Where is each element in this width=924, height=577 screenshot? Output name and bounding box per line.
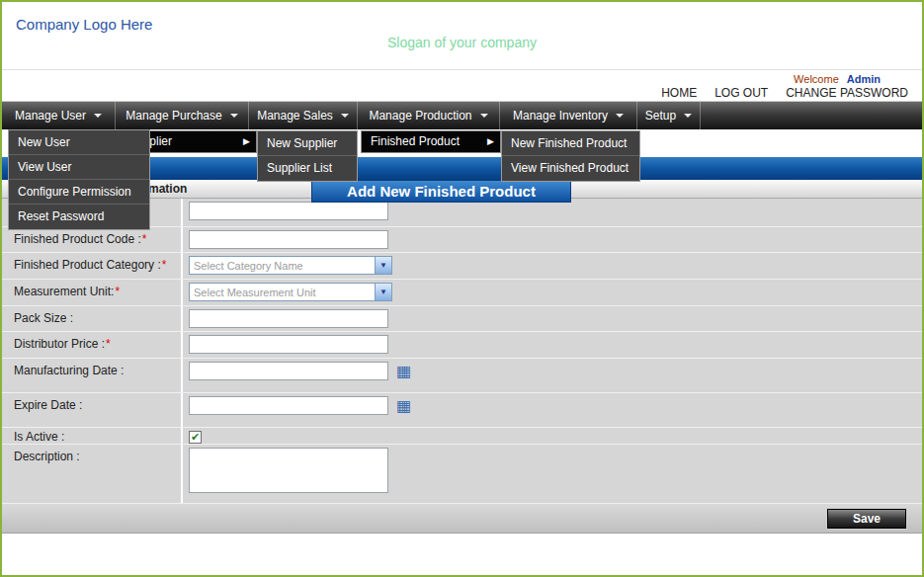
- form-row-pack-size: Pack Size :: [2, 306, 922, 332]
- nav-label: Manage Purchase: [126, 109, 221, 123]
- field-label-text: Description :: [14, 450, 80, 463]
- field-cell: [183, 199, 922, 226]
- calendar-icon[interactable]: ▦: [396, 364, 411, 379]
- finished-product-code-input[interactable]: [189, 230, 388, 249]
- field-cell: [183, 445, 922, 503]
- field-cell: ▦: [183, 393, 922, 427]
- field-cell: Select Category Name▼: [183, 253, 922, 279]
- calendar-icon[interactable]: ▦: [396, 398, 411, 414]
- chevron-down-icon: [94, 114, 102, 118]
- field-cell: [183, 332, 922, 358]
- field-label-text: Finished Product Code :: [14, 232, 141, 246]
- nav-manage-user[interactable]: Manage User: [2, 102, 116, 129]
- nav-setup[interactable]: Setup: [637, 102, 701, 129]
- field-label-text: Finished Product Category :: [14, 258, 161, 272]
- form: Finished Product Name :*Finished Product…: [2, 199, 922, 534]
- nav-label: Manage User: [15, 109, 86, 123]
- field-cell: ✔: [183, 428, 922, 444]
- expire-date-input[interactable]: [189, 396, 388, 415]
- pack-size-input[interactable]: [189, 309, 388, 328]
- field-cell: ▦: [183, 359, 922, 392]
- required-asterisk: *: [106, 337, 111, 351]
- field-cell: [183, 306, 922, 331]
- menu-item-view-user[interactable]: View User: [9, 155, 149, 180]
- select-value: Select Category Name: [194, 260, 303, 272]
- field-label-text: Measurement Unit:: [14, 285, 114, 298]
- save-button[interactable]: Save: [827, 509, 906, 529]
- required-asterisk: *: [162, 258, 167, 272]
- field-label-text: Distributor Price :: [14, 337, 105, 351]
- chevron-down-icon: ▼: [375, 257, 391, 274]
- top-links: HOMELOG OUTCHANGE PASSWORD: [643, 86, 908, 100]
- nav-label: Manage Production: [369, 109, 471, 123]
- submenu-arrow-icon: ▶: [243, 131, 250, 152]
- field-label-text: Manufacturing Date :: [14, 364, 124, 377]
- select-value: Select Measurement Unit: [194, 287, 316, 298]
- finished-product-category-select[interactable]: Select Category Name▼: [189, 256, 392, 275]
- chevron-down-icon: [684, 114, 692, 118]
- form-row-finished-product-category: Finished Product Category :*Select Categ…: [2, 253, 922, 280]
- menu-item-view-finished-product[interactable]: View Finished Product: [502, 156, 639, 181]
- form-row-measurement-unit: Measurement Unit:*Select Measurement Uni…: [2, 280, 922, 306]
- submenu-arrow-icon: ▶: [487, 131, 494, 152]
- description-textarea[interactable]: [189, 448, 388, 493]
- field-label: Pack Size :: [2, 306, 183, 331]
- username: Admin: [847, 73, 881, 85]
- menu-item-new-finished-product[interactable]: New Finished Product: [502, 131, 639, 156]
- field-label: Description :: [2, 445, 183, 503]
- form-row-is-active: Is Active :✔: [2, 428, 922, 445]
- top-bar: WelcomeAdmin HOMELOG OUTCHANGE PASSWORD: [2, 69, 922, 101]
- manufacturing-date-input[interactable]: [189, 362, 388, 380]
- log-out-link[interactable]: LOG OUT: [714, 86, 768, 100]
- nav-label: Manage Inventory: [513, 109, 608, 123]
- menu-item-configure-permission[interactable]: Configure Permission: [9, 180, 149, 205]
- field-cell: [183, 227, 922, 252]
- field-label: Manufacturing Date :: [2, 359, 183, 392]
- finished-product-name-input[interactable]: [189, 202, 388, 220]
- nav-label: Manage Sales: [257, 109, 333, 123]
- menu-item-supplier-list[interactable]: Supplier List: [258, 156, 357, 181]
- home-link[interactable]: HOME: [661, 86, 697, 100]
- form-row-distributor-price: Distributor Price :*: [2, 332, 922, 359]
- nav-manage-purchase[interactable]: Manage Purchase: [116, 102, 249, 129]
- field-label-text: Pack Size :: [14, 311, 73, 325]
- form-row-expire-date: Expire Date :▦: [2, 393, 922, 428]
- menu-item-reset-password[interactable]: Reset Password: [9, 205, 149, 229]
- nav-manage-sales[interactable]: Manage Sales: [249, 102, 358, 129]
- field-label-text: Expire Date :: [14, 398, 82, 412]
- field-label: Expire Date :: [2, 393, 183, 427]
- chevron-down-icon: [341, 114, 349, 118]
- nav-label: Setup: [645, 109, 676, 123]
- page-container: Company Logo Here Slogan of your company…: [0, 0, 924, 577]
- required-asterisk: *: [115, 285, 120, 298]
- form-row-manufacturing-date: Manufacturing Date :▦: [2, 359, 922, 393]
- welcome-text: WelcomeAdmin: [794, 73, 881, 85]
- menu-item-new-supplier[interactable]: New Supplier: [258, 131, 357, 156]
- required-asterisk: *: [142, 232, 147, 246]
- finished-product-submenu: New Finished ProductView Finished Produc…: [501, 130, 640, 182]
- menu-item-new-user[interactable]: New User: [9, 130, 149, 155]
- field-label-text: Is Active :: [14, 430, 64, 444]
- field-cell: Select Measurement Unit▼: [183, 280, 922, 305]
- field-label: Finished Product Code :*: [2, 227, 183, 252]
- nav-manage-inventory[interactable]: Manage Inventory: [500, 102, 637, 129]
- field-label: Distributor Price :*: [2, 332, 183, 358]
- menu-item-finished-product[interactable]: Finished Product ▶: [361, 130, 501, 153]
- menu-item-label: Finished Product: [371, 131, 460, 152]
- change-password-link[interactable]: CHANGE PASSWORD: [786, 86, 908, 100]
- supplier-submenu: New SupplierSupplier List: [257, 130, 358, 182]
- main-nav: Manage UserManage PurchaseManage SalesMa…: [2, 101, 922, 129]
- welcome-label: Welcome: [794, 73, 839, 85]
- distributor-price-input[interactable]: [189, 335, 388, 354]
- measurement-unit-select[interactable]: Select Measurement Unit▼: [189, 283, 392, 301]
- form-row-description: Description :: [2, 445, 922, 504]
- company-slogan: Slogan of your company: [2, 35, 922, 50]
- chevron-down-icon: [480, 114, 488, 118]
- page-title: Add New Finished Product: [311, 180, 571, 203]
- chevron-down-icon: ▼: [375, 284, 391, 300]
- nav-manage-production[interactable]: Manage Production: [358, 102, 500, 129]
- chevron-down-icon: [230, 114, 238, 118]
- company-logo: Company Logo Here: [16, 16, 152, 33]
- chevron-down-icon: [616, 114, 624, 118]
- is-active-checkbox[interactable]: ✔: [189, 431, 202, 444]
